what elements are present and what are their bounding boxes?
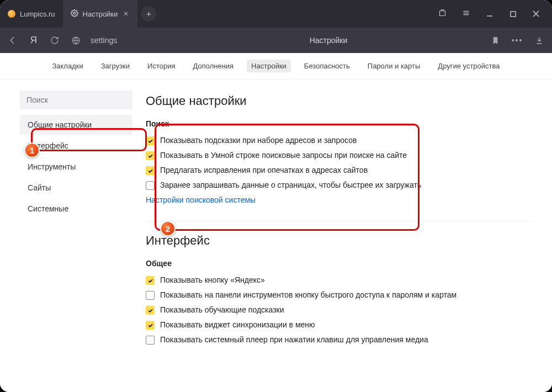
section-title: Общее xyxy=(146,259,532,268)
svg-rect-1 xyxy=(440,11,445,16)
collections-icon[interactable] xyxy=(438,9,447,19)
checkbox-label: Показывать системный плеер при нажатии к… xyxy=(160,335,428,344)
checkbox-label: Показывать виджет синхронизации в меню xyxy=(160,320,315,329)
minimize-icon[interactable] xyxy=(486,10,493,18)
back-icon[interactable] xyxy=(7,34,19,46)
yandex-icon[interactable]: Я xyxy=(28,34,40,46)
checkbox-label: Показывать подсказки при наборе адресов … xyxy=(160,136,357,145)
checkbox-checked-icon xyxy=(146,151,155,160)
content-area: Закладки Загрузки История Дополнения Нас… xyxy=(0,53,552,392)
tab-label: Lumpics.ru xyxy=(20,10,55,18)
settings-main: Общие настройки Поиск Показывать подсказ… xyxy=(146,91,539,392)
download-icon[interactable] xyxy=(533,34,545,46)
nav-addons[interactable]: Дополнения xyxy=(188,60,238,72)
tab-label: Настройки xyxy=(83,10,118,18)
checkbox-option[interactable]: Показывать кнопку «Яндекс» xyxy=(146,276,532,285)
search-section: Поиск Показывать подсказки при наборе ад… xyxy=(146,119,532,204)
svg-rect-2 xyxy=(510,11,515,16)
window-close-icon[interactable] xyxy=(532,10,540,18)
gear-icon xyxy=(71,9,78,19)
sidebar-search-input[interactable] xyxy=(20,91,132,109)
checkbox-option[interactable]: Предлагать исправления при опечатках в а… xyxy=(146,166,532,175)
annotation-badge: 1 xyxy=(24,142,40,158)
side-item-general[interactable]: Общие настройки xyxy=(20,115,132,135)
side-item-tools[interactable]: Инструменты xyxy=(20,157,132,177)
nav-downloads[interactable]: Загрузки xyxy=(97,60,134,72)
nav-passwords[interactable]: Пароли и карты xyxy=(363,60,425,72)
address-bar: Я settings Настройки ••• xyxy=(0,28,552,53)
settings-sidebar: Общие настройки Интерфейс Инструменты Са… xyxy=(20,91,132,392)
checkbox-label: Заранее запрашивать данные о страницах, … xyxy=(160,181,421,189)
url-field[interactable]: settings xyxy=(91,36,168,45)
general-section: Общее Показывать кнопку «Яндекс»Показыва… xyxy=(146,259,532,345)
checkbox-unchecked-icon xyxy=(146,291,155,300)
checkbox-option[interactable]: Показывать на панели инструментов кнопку… xyxy=(146,290,532,300)
menu-icon[interactable] xyxy=(462,9,470,19)
annotation-badge: 2 xyxy=(160,221,176,236)
checkbox-label: Показывать обучающие подсказки xyxy=(160,305,284,314)
checkbox-unchecked-icon xyxy=(146,336,155,345)
title-bar: Lumpics.ru Настройки ✕ ＋ xyxy=(0,0,552,28)
nav-bookmarks[interactable]: Закладки xyxy=(47,60,87,72)
close-icon[interactable]: ✕ xyxy=(122,9,130,19)
checkbox-checked-icon xyxy=(146,276,155,285)
svg-point-0 xyxy=(73,12,76,14)
new-tab-button[interactable]: ＋ xyxy=(141,6,156,22)
more-icon[interactable]: ••• xyxy=(511,34,523,46)
nav-settings[interactable]: Настройки xyxy=(247,60,291,72)
tab-lumpics[interactable]: Lumpics.ru xyxy=(0,0,63,28)
tab-settings[interactable]: Настройки ✕ xyxy=(63,0,138,28)
bookmark-icon[interactable] xyxy=(489,34,501,46)
checkbox-unchecked-icon xyxy=(146,181,155,190)
interface-heading: Интерфейс xyxy=(146,234,532,248)
globe-icon[interactable] xyxy=(70,34,82,46)
maximize-icon[interactable] xyxy=(509,10,517,18)
side-item-system[interactable]: Системные xyxy=(20,199,132,219)
browser-window: Lumpics.ru Настройки ✕ ＋ Я settings Наст… xyxy=(0,0,552,392)
checkbox-label: Показывать в Умной строке поисковые запр… xyxy=(160,151,407,160)
checkbox-label: Предлагать исправления при опечатках в а… xyxy=(160,166,368,174)
checkbox-label: Показывать на панели инструментов кнопку… xyxy=(160,290,457,299)
checkbox-checked-icon xyxy=(146,136,155,145)
reload-icon[interactable] xyxy=(49,34,61,46)
checkbox-checked-icon xyxy=(146,321,155,330)
favicon-icon xyxy=(8,10,15,18)
nav-devices[interactable]: Другие устройства xyxy=(433,60,504,72)
page-heading: Общие настройки xyxy=(146,94,532,108)
settings-nav: Закладки Загрузки История Дополнения Нас… xyxy=(0,53,552,80)
checkbox-option[interactable]: Заранее запрашивать данные о страницах, … xyxy=(146,181,532,190)
checkbox-option[interactable]: Показывать виджет синхронизации в меню xyxy=(146,320,532,330)
checkbox-option[interactable]: Показывать обучающие подсказки xyxy=(146,305,532,315)
checkbox-option[interactable]: Показывать подсказки при наборе адресов … xyxy=(146,136,532,145)
window-controls xyxy=(426,0,552,28)
nav-security[interactable]: Безопасность xyxy=(300,60,354,72)
separator xyxy=(146,221,532,221)
nav-history[interactable]: История xyxy=(143,60,179,72)
search-engine-link[interactable]: Настройки поисковой системы xyxy=(146,195,532,204)
checkbox-option[interactable]: Показывать системный плеер при нажатии к… xyxy=(146,335,532,345)
checkbox-option[interactable]: Показывать в Умной строке поисковые запр… xyxy=(146,151,532,160)
checkbox-checked-icon xyxy=(146,166,155,175)
side-item-sites[interactable]: Сайты xyxy=(20,178,132,198)
page-title: Настройки xyxy=(177,36,480,45)
checkbox-label: Показывать кнопку «Яндекс» xyxy=(160,276,265,284)
checkbox-checked-icon xyxy=(146,306,155,315)
section-title: Поиск xyxy=(146,119,532,128)
